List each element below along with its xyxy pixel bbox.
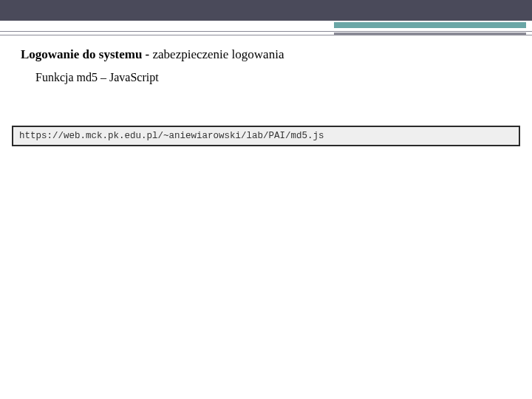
- slide-title-rest: zabezpieczenie logowania: [153, 47, 284, 61]
- slide-accent-row: [0, 21, 532, 31]
- grey-accent-strip: [334, 33, 526, 35]
- teal-accent-strip: [334, 22, 526, 28]
- slide-top-bar: [0, 0, 532, 21]
- code-text: https://web.mck.pk.edu.pl/~aniewiarowski…: [19, 131, 324, 141]
- slide-title: Logowanie do systemu - zabezpieczenie lo…: [21, 46, 511, 64]
- code-box: https://web.mck.pk.edu.pl/~aniewiarowski…: [12, 126, 520, 146]
- slide-rule-row: [0, 31, 532, 35]
- slide-subtitle: Funkcja md5 – JavaScript: [35, 71, 511, 84]
- slide-content: Logowanie do systemu - zabezpieczenie lo…: [0, 35, 532, 84]
- slide-title-bold: Logowanie do systemu -: [21, 47, 153, 61]
